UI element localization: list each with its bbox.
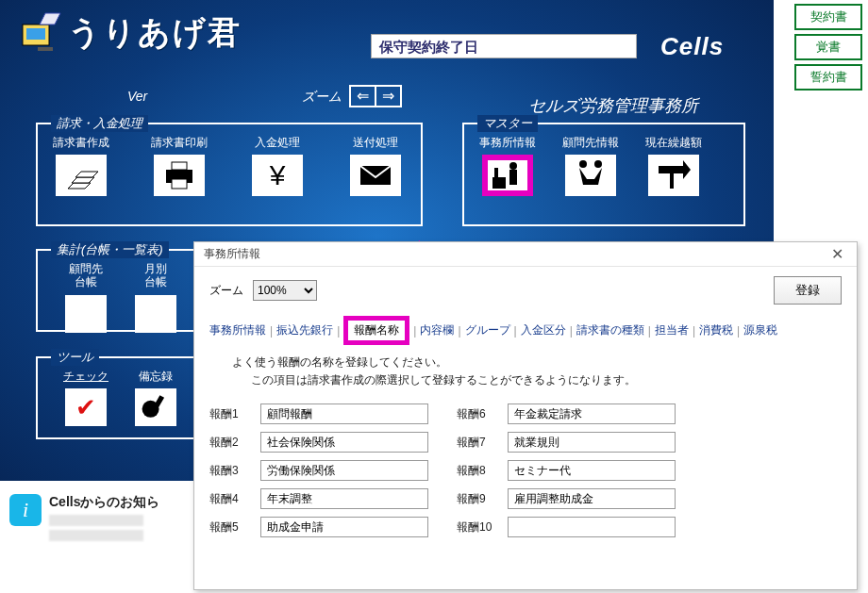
fee-label-6: 報酬6 bbox=[457, 406, 498, 422]
dialog-msg1: よく使う報酬の名称を登録してください。 bbox=[232, 354, 842, 371]
fee-input-10[interactable] bbox=[508, 517, 676, 537]
group-billing-title: 請求・入金処理 bbox=[51, 115, 148, 132]
fee-fields: 報酬1 報酬2 報酬3 報酬4 報酬5 報酬6 報酬7 報酬8 報酬9 報酬10 bbox=[209, 404, 842, 537]
fee-label-7: 報酬7 bbox=[457, 435, 498, 451]
tab-office[interactable]: 事務所情報 bbox=[209, 322, 266, 338]
svg-rect-17 bbox=[670, 173, 674, 189]
group-tools-title: ツール bbox=[51, 349, 99, 366]
svg-rect-14 bbox=[509, 170, 517, 185]
fee-input-7[interactable] bbox=[508, 432, 676, 453]
yen-icon: ¥ bbox=[252, 155, 303, 196]
carryover-icon bbox=[648, 155, 699, 196]
fee-input-4[interactable] bbox=[260, 488, 428, 509]
fee-input-9[interactable] bbox=[508, 488, 676, 509]
fee-label-8: 報酬8 bbox=[457, 463, 498, 479]
tab-withholding[interactable]: 源泉税 bbox=[743, 322, 777, 338]
btn-client-ledger[interactable]: 顧問先台帳 bbox=[59, 262, 112, 333]
btn-client-info[interactable]: 顧問先情報 bbox=[557, 136, 625, 196]
dialog-tabbar: 事務所情報| 振込先銀行| 報酬名称| 内容欄| グループ| 入金区分| 請求書… bbox=[209, 316, 842, 345]
group-billing: 請求・入金処理 請求書作成 請求書印刷 入金処理 ¥ 送付処理 bbox=[36, 123, 423, 226]
dialog-zoom-label: ズーム bbox=[209, 283, 243, 299]
side-btn-oath[interactable]: 誓約書 bbox=[794, 64, 862, 91]
tab-tax[interactable]: 消費税 bbox=[699, 322, 733, 338]
app-logo: うりあげ君 bbox=[17, 9, 242, 55]
contract-end-field[interactable]: 保守契約終了日 bbox=[371, 34, 637, 58]
fee-label-1: 報酬1 bbox=[209, 406, 251, 422]
tab-bank[interactable]: 振込先銀行 bbox=[276, 322, 333, 338]
app-logo-icon bbox=[17, 9, 62, 55]
tab-group[interactable]: グループ bbox=[465, 322, 510, 338]
label: 月別台帳 bbox=[144, 262, 167, 289]
register-button[interactable]: 登録 bbox=[774, 276, 842, 305]
label: 事務所情報 bbox=[479, 136, 536, 149]
fee-input-3[interactable] bbox=[260, 460, 428, 481]
svg-rect-1 bbox=[26, 28, 45, 40]
dialog-title-text: 事務所情報 bbox=[204, 246, 260, 262]
label: チェック bbox=[63, 370, 108, 383]
svg-marker-6 bbox=[75, 172, 98, 177]
btn-send-process[interactable]: 送付処理 bbox=[342, 136, 409, 196]
fee-input-2[interactable] bbox=[260, 432, 428, 453]
main-zoom-buttons[interactable]: ⇐ ⇒ bbox=[349, 85, 402, 107]
btn-memo[interactable]: 備忘録 bbox=[129, 370, 182, 426]
svg-point-15 bbox=[579, 160, 587, 168]
svg-marker-3 bbox=[40, 13, 60, 25]
fee-input-8[interactable] bbox=[508, 460, 676, 481]
fee-label-9: 報酬9 bbox=[457, 491, 498, 507]
fee-label-10: 報酬10 bbox=[457, 519, 498, 535]
dialog-zoom-select[interactable]: 100% bbox=[253, 280, 317, 301]
svg-marker-5 bbox=[72, 177, 94, 183]
check-icon: ✔ bbox=[65, 388, 107, 426]
btn-print-invoice[interactable]: 請求書印刷 bbox=[145, 136, 213, 196]
memo-icon bbox=[135, 388, 176, 426]
ledger-icon bbox=[65, 295, 107, 333]
office-name-label: セルズ労務管理事務所 bbox=[528, 94, 698, 117]
tab-fee-name[interactable]: 報酬名称 bbox=[343, 316, 409, 345]
side-button-column: 契約書 覚書 誓約書 bbox=[794, 4, 862, 91]
tab-deposit[interactable]: 入金区分 bbox=[521, 322, 566, 338]
zoom-left-icon[interactable]: ⇐ bbox=[351, 87, 376, 106]
tab-invoice-type[interactable]: 請求書の種類 bbox=[576, 322, 644, 338]
fee-input-1[interactable] bbox=[260, 404, 428, 424]
fee-label-3: 報酬3 bbox=[209, 463, 251, 479]
group-master: マスター 事務所情報 顧問先情報 現在繰越額 bbox=[462, 123, 745, 226]
brand-text: Cells bbox=[660, 32, 724, 61]
close-icon[interactable]: ✕ bbox=[827, 245, 847, 263]
envelope-icon bbox=[350, 155, 401, 196]
printer-icon bbox=[154, 155, 205, 196]
fee-label-2: 報酬2 bbox=[209, 435, 251, 451]
fee-input-5[interactable] bbox=[260, 517, 428, 537]
side-btn-memo[interactable]: 覚書 bbox=[794, 34, 862, 60]
svg-rect-9 bbox=[172, 179, 187, 189]
btn-check[interactable]: チェック ✔ bbox=[59, 370, 112, 426]
label: 請求書印刷 bbox=[151, 136, 208, 149]
monthly-icon bbox=[135, 295, 176, 333]
btn-office-info[interactable]: 事務所情報 bbox=[474, 136, 542, 196]
handshake-icon bbox=[565, 155, 616, 196]
tab-content[interactable]: 内容欄 bbox=[420, 322, 454, 338]
btn-carryover[interactable]: 現在繰越額 bbox=[640, 136, 708, 196]
zoom-right-icon[interactable]: ⇒ bbox=[376, 87, 400, 106]
paper-stack-icon bbox=[56, 155, 107, 196]
svg-rect-11 bbox=[492, 177, 506, 189]
label: 顧問先情報 bbox=[562, 136, 619, 149]
side-btn-contract[interactable]: 契約書 bbox=[794, 4, 862, 30]
label: 請求書作成 bbox=[53, 136, 109, 149]
app-name: うりあげ君 bbox=[68, 11, 242, 55]
svg-rect-12 bbox=[494, 168, 498, 177]
info-icon: i bbox=[9, 494, 42, 526]
fee-input-6[interactable] bbox=[508, 404, 676, 424]
btn-create-invoice[interactable]: 請求書作成 bbox=[47, 136, 115, 196]
label: 備忘録 bbox=[139, 370, 173, 383]
dialog-msg2: この項目は請求書作成の際選択して登録することができるようになります。 bbox=[251, 372, 842, 388]
group-totals-title: 集計(台帳・一覧表) bbox=[51, 241, 169, 258]
btn-payment-entry[interactable]: 入金処理 ¥ bbox=[243, 136, 311, 196]
btn-monthly-ledger[interactable]: 月別台帳 bbox=[129, 262, 182, 333]
info-title: Cellsからのお知ら bbox=[49, 494, 159, 511]
label: 現在繰越額 bbox=[645, 136, 702, 149]
main-zoom-label: ズーム bbox=[302, 89, 342, 106]
fee-label-4: 報酬4 bbox=[209, 491, 251, 507]
tab-staff[interactable]: 担当者 bbox=[655, 322, 689, 338]
svg-point-13 bbox=[509, 162, 517, 170]
label: 入金処理 bbox=[255, 136, 300, 149]
